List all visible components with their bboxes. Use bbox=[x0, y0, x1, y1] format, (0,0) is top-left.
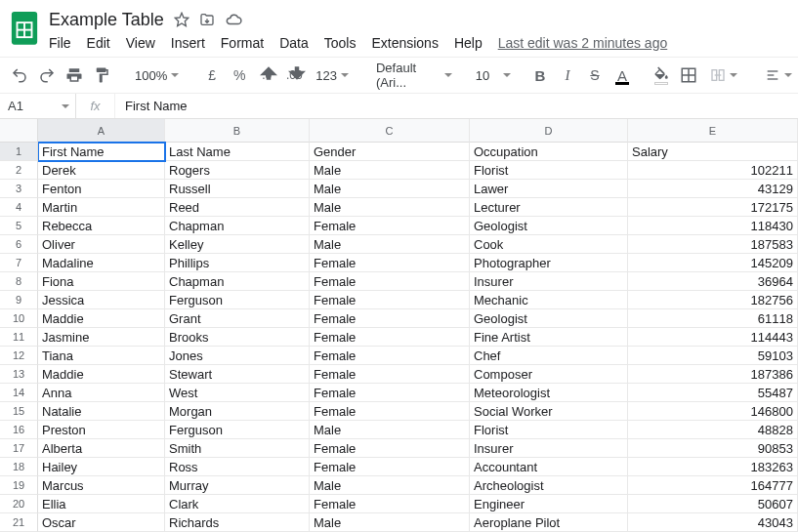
move-icon[interactable] bbox=[199, 12, 215, 27]
row-header[interactable]: 5 bbox=[0, 217, 38, 235]
row-header[interactable]: 11 bbox=[0, 328, 38, 347]
merge-cells-button[interactable] bbox=[704, 67, 743, 83]
font-family-combo[interactable]: Default (Ari... bbox=[370, 61, 458, 90]
cell[interactable]: Female bbox=[310, 347, 470, 365]
menu-format[interactable]: Format bbox=[221, 35, 264, 51]
menu-help[interactable]: Help bbox=[454, 35, 483, 51]
cell[interactable]: Russell bbox=[165, 180, 310, 198]
cell[interactable]: 145209 bbox=[628, 254, 798, 272]
cell[interactable]: Clark bbox=[165, 495, 310, 513]
cell[interactable]: Morgan bbox=[165, 402, 310, 421]
cell[interactable]: 102211 bbox=[628, 161, 798, 180]
cell[interactable]: Cook bbox=[470, 235, 628, 254]
cell[interactable]: 172175 bbox=[628, 198, 798, 217]
cell[interactable]: Ross bbox=[165, 458, 310, 476]
cell[interactable]: 48828 bbox=[628, 421, 798, 439]
cell[interactable]: Male bbox=[310, 476, 470, 495]
cell[interactable]: 50607 bbox=[628, 495, 798, 513]
cell[interactable]: 55487 bbox=[628, 384, 798, 402]
cell[interactable]: First Name bbox=[38, 143, 165, 161]
cell[interactable]: 183263 bbox=[628, 458, 798, 476]
cell[interactable]: Jones bbox=[165, 347, 310, 365]
cell[interactable]: Oscar bbox=[38, 513, 165, 532]
cell[interactable]: Ferguson bbox=[165, 421, 310, 439]
cell[interactable]: Preston bbox=[38, 421, 165, 439]
menu-insert[interactable]: Insert bbox=[171, 35, 205, 51]
cell[interactable]: Salary bbox=[628, 143, 798, 161]
cell[interactable]: Oliver bbox=[38, 235, 165, 254]
cell[interactable]: Lecturer bbox=[470, 198, 628, 217]
cell[interactable]: Female bbox=[310, 402, 470, 421]
cell[interactable]: Grant bbox=[165, 309, 310, 328]
cell[interactable]: 118430 bbox=[628, 217, 798, 235]
row-header[interactable]: 13 bbox=[0, 365, 38, 384]
row-header[interactable]: 2 bbox=[0, 161, 38, 180]
cell[interactable]: Fine Artist bbox=[470, 328, 628, 347]
cell[interactable]: 164777 bbox=[628, 476, 798, 495]
cell[interactable]: Female bbox=[310, 458, 470, 476]
paint-format-button[interactable] bbox=[90, 62, 113, 88]
cell[interactable]: Gender bbox=[310, 143, 470, 161]
cell[interactable]: Phillips bbox=[165, 254, 310, 272]
cell[interactable]: 61118 bbox=[628, 309, 798, 328]
horizontal-align-button[interactable] bbox=[759, 67, 798, 83]
cell[interactable]: Female bbox=[310, 217, 470, 235]
cell[interactable]: 187583 bbox=[628, 235, 798, 254]
cell[interactable]: 43043 bbox=[628, 513, 798, 532]
column-header[interactable]: C bbox=[310, 119, 470, 143]
cell[interactable]: West bbox=[165, 384, 310, 402]
cell[interactable]: Rebecca bbox=[38, 217, 165, 235]
cell[interactable]: Accountant bbox=[470, 458, 628, 476]
row-header[interactable]: 1 bbox=[0, 143, 38, 161]
cell[interactable]: Alberta bbox=[38, 439, 165, 458]
more-formats-combo[interactable]: 123 bbox=[310, 68, 355, 83]
column-header[interactable]: E bbox=[628, 119, 798, 143]
bold-button[interactable]: B bbox=[528, 62, 552, 88]
cell[interactable]: Madaline bbox=[38, 254, 165, 272]
cell[interactable]: Female bbox=[310, 384, 470, 402]
row-header[interactable]: 18 bbox=[0, 458, 38, 476]
italic-button[interactable]: I bbox=[556, 62, 579, 88]
cell[interactable]: Tiana bbox=[38, 347, 165, 365]
cell[interactable]: Last Name bbox=[165, 143, 310, 161]
cell[interactable]: Hailey bbox=[38, 458, 165, 476]
cell[interactable]: Female bbox=[310, 272, 470, 291]
menu-view[interactable]: View bbox=[126, 35, 155, 51]
cell[interactable]: Kelley bbox=[165, 235, 310, 254]
row-header[interactable]: 17 bbox=[0, 439, 38, 458]
row-header[interactable]: 19 bbox=[0, 476, 38, 495]
cell[interactable]: Composer bbox=[470, 365, 628, 384]
cell[interactable]: Female bbox=[310, 439, 470, 458]
cell[interactable]: 43129 bbox=[628, 180, 798, 198]
column-header[interactable]: D bbox=[470, 119, 628, 143]
undo-button[interactable] bbox=[8, 62, 31, 88]
cell[interactable]: Photographer bbox=[470, 254, 628, 272]
cell[interactable]: Chapman bbox=[165, 272, 310, 291]
cell[interactable]: Fiona bbox=[38, 272, 165, 291]
cell[interactable]: Male bbox=[310, 513, 470, 532]
cell[interactable]: Stewart bbox=[165, 365, 310, 384]
zoom-combo[interactable]: 100% bbox=[129, 68, 185, 83]
cell[interactable]: Maddie bbox=[38, 309, 165, 328]
cell[interactable]: 114443 bbox=[628, 328, 798, 347]
column-header[interactable]: B bbox=[165, 119, 310, 143]
cell[interactable]: Anna bbox=[38, 384, 165, 402]
cell[interactable]: Richards bbox=[165, 513, 310, 532]
cell[interactable]: Female bbox=[310, 495, 470, 513]
cell[interactable]: Derek bbox=[38, 161, 165, 180]
menu-edit[interactable]: Edit bbox=[87, 35, 110, 51]
cell[interactable]: Aeroplane Pilot bbox=[470, 513, 628, 532]
sheets-logo-icon[interactable] bbox=[10, 10, 39, 45]
strikethrough-button[interactable]: S bbox=[583, 62, 607, 88]
font-size-combo[interactable]: 10 bbox=[474, 68, 513, 83]
cell[interactable]: Male bbox=[310, 180, 470, 198]
cell[interactable]: Florist bbox=[470, 161, 628, 180]
cell[interactable]: Female bbox=[310, 291, 470, 309]
cell[interactable]: Florist bbox=[470, 421, 628, 439]
cell[interactable]: Ellia bbox=[38, 495, 165, 513]
select-all-corner[interactable] bbox=[0, 119, 38, 143]
cell[interactable]: 90853 bbox=[628, 439, 798, 458]
cell[interactable]: Male bbox=[310, 235, 470, 254]
cell[interactable]: Male bbox=[310, 421, 470, 439]
name-box[interactable]: A1 bbox=[0, 94, 76, 118]
